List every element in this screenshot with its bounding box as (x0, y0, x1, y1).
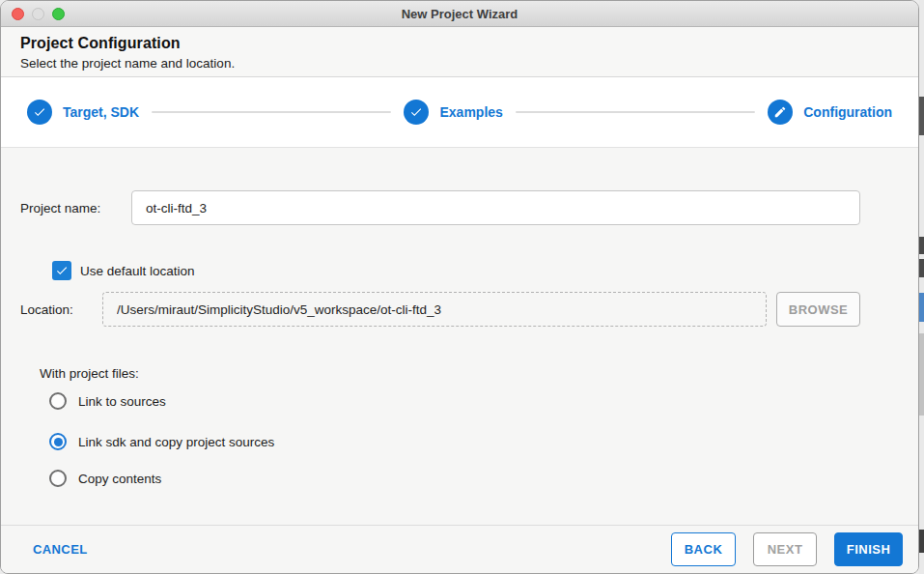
next-button: NEXT (753, 532, 817, 566)
finish-button[interactable]: FINISH (834, 532, 903, 566)
step-indicator: Target, SDK Examples Configuration (1, 77, 918, 148)
new-project-wizard-window: New Project Wizard Project Configuration… (0, 0, 919, 574)
step-label: Target, SDK (63, 104, 139, 120)
step-connector (152, 111, 391, 113)
radio-link-to-sources[interactable]: Link to sources (49, 392, 166, 410)
page-title: Project Configuration (20, 35, 918, 52)
radio-icon (49, 392, 67, 410)
browse-button[interactable]: BROWSE (776, 292, 860, 327)
location-label: Location: (20, 302, 73, 317)
step-connector (516, 111, 755, 113)
radio-label: Copy contents (78, 472, 161, 486)
back-button[interactable]: BACK (671, 532, 736, 566)
step-configuration[interactable]: Configuration (768, 100, 892, 125)
configuration-form: Project name: Use default location Locat… (1, 148, 918, 525)
radio-label: Link to sources (78, 394, 166, 409)
radio-copy-contents[interactable]: Copy contents (49, 470, 161, 487)
cancel-button[interactable]: CANCEL (33, 542, 88, 557)
step-target-sdk[interactable]: Target, SDK (27, 100, 139, 125)
radio-selected-icon (49, 433, 67, 450)
use-default-location-checkbox[interactable] (52, 261, 71, 280)
step-label: Configuration (803, 104, 892, 120)
page-subtitle: Select the project name and location. (20, 56, 918, 71)
with-project-files-label: With project files: (40, 366, 139, 381)
project-name-label: Project name: (20, 201, 100, 215)
project-name-input[interactable] (131, 190, 860, 225)
location-input[interactable] (102, 292, 767, 327)
check-icon (404, 100, 429, 125)
title-bar: New Project Wizard (1, 1, 918, 27)
window-title: New Project Wizard (1, 7, 918, 21)
check-icon (27, 100, 52, 125)
background-screen-bleed (919, 0, 924, 574)
radio-label: Link sdk and copy project sources (78, 435, 274, 449)
wizard-header: Project Configuration Select the project… (1, 27, 918, 77)
radio-link-sdk-copy-sources[interactable]: Link sdk and copy project sources (49, 433, 274, 450)
check-icon (55, 264, 69, 277)
pencil-icon (768, 100, 793, 125)
radio-icon (49, 470, 67, 487)
step-label: Examples (439, 104, 502, 120)
wizard-footer: CANCEL BACK NEXT FINISH (1, 525, 918, 573)
step-examples[interactable]: Examples (404, 100, 502, 125)
use-default-location-label[interactable]: Use default location (80, 264, 195, 278)
